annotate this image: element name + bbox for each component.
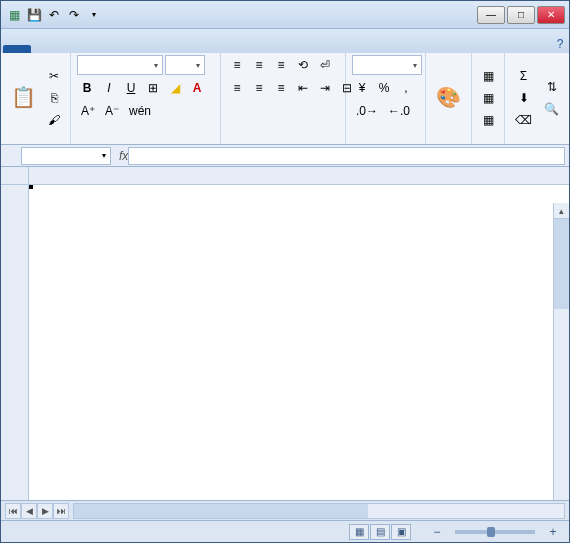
- increase-font-icon[interactable]: A⁺: [77, 101, 99, 121]
- bold-button[interactable]: B: [77, 78, 97, 98]
- ribbon-tabs: ?: [1, 29, 569, 53]
- page-layout-view-button[interactable]: ▤: [370, 524, 390, 540]
- formula-bar-row: ▾ fx: [1, 145, 569, 167]
- increase-indent-icon[interactable]: ⇥: [315, 78, 335, 98]
- fill-icon[interactable]: ⬇: [511, 88, 536, 108]
- titlebar: ▦ 💾 ↶ ↷ ▾ — □ ✕: [1, 1, 569, 29]
- copy-icon[interactable]: ⎘: [44, 88, 64, 108]
- fill-color-button[interactable]: ◢: [165, 78, 185, 98]
- orientation-icon[interactable]: ⟲: [293, 55, 313, 75]
- chevron-down-icon: ▾: [154, 61, 158, 70]
- group-editing: Σ ⬇ ⌫ ⇅ 🔍: [505, 53, 569, 144]
- group-styles: 🎨: [426, 53, 472, 144]
- chevron-down-icon: ▾: [196, 61, 200, 70]
- group-clipboard: 📋 ✂ ⎘ 🖌: [1, 53, 71, 144]
- group-cells: ▦ ▦ ▦: [472, 53, 505, 144]
- status-bar: ▦ ▤ ▣ − +: [1, 520, 569, 542]
- group-number: ▾ ¥ % , .0→ ←.0: [346, 53, 426, 144]
- decrease-font-icon[interactable]: A⁻: [101, 101, 123, 121]
- cell-grid[interactable]: ▴: [29, 185, 569, 500]
- insert-cells-button[interactable]: ▦: [478, 66, 498, 86]
- excel-window: ▦ 💾 ↶ ↷ ▾ — □ ✕ ? 📋 ✂ ⎘: [0, 0, 570, 543]
- active-cell-outline: [29, 185, 33, 189]
- font-size-combo[interactable]: ▾: [165, 55, 205, 75]
- currency-icon[interactable]: ¥: [352, 78, 372, 98]
- close-button[interactable]: ✕: [537, 6, 565, 24]
- formula-bar[interactable]: [128, 147, 565, 165]
- worksheet-area: ▴: [1, 167, 569, 500]
- minimize-button[interactable]: —: [477, 6, 505, 24]
- redo-icon[interactable]: ↷: [65, 6, 83, 24]
- row-headers: [1, 185, 29, 500]
- decrease-indent-icon[interactable]: ⇤: [293, 78, 313, 98]
- zoom-out-button[interactable]: −: [427, 522, 447, 542]
- file-tab[interactable]: [3, 45, 31, 53]
- vertical-scrollbar[interactable]: ▴: [553, 203, 569, 500]
- align-top-icon[interactable]: ≡: [227, 55, 247, 75]
- font-name-combo[interactable]: ▾: [77, 55, 163, 75]
- cut-icon[interactable]: ✂: [44, 66, 64, 86]
- window-controls: — □ ✕: [477, 6, 565, 24]
- group-alignment: ≡ ≡ ≡ ⟲ ⏎ ≡ ≡ ≡ ⇤ ⇥ ⊟: [221, 53, 346, 144]
- align-right-icon[interactable]: ≡: [271, 78, 291, 98]
- sheet-tab-bar: ⏮ ◀ ▶ ⏭: [1, 500, 569, 520]
- name-box[interactable]: ▾: [21, 147, 111, 165]
- help-icon[interactable]: ?: [551, 35, 569, 53]
- horizontal-scrollbar[interactable]: [73, 503, 565, 519]
- increase-decimal-icon[interactable]: .0→: [352, 101, 382, 121]
- group-font: ▾ ▾ B I U ⊞ ◢ A A⁺ A⁻ wén: [71, 53, 221, 144]
- tab-nav-last-icon[interactable]: ⏭: [53, 503, 69, 519]
- zoom-slider[interactable]: [455, 530, 535, 534]
- zoom-in-button[interactable]: +: [543, 522, 563, 542]
- border-button[interactable]: ⊞: [143, 78, 163, 98]
- quick-access-toolbar: ▦ 💾 ↶ ↷ ▾: [5, 6, 103, 24]
- normal-view-button[interactable]: ▦: [349, 524, 369, 540]
- select-all-corner[interactable]: [1, 167, 29, 185]
- qat-dropdown-icon[interactable]: ▾: [85, 6, 103, 24]
- page-break-view-button[interactable]: ▣: [391, 524, 411, 540]
- column-headers: [29, 167, 569, 185]
- save-icon[interactable]: 💾: [25, 6, 43, 24]
- find-icon[interactable]: 🔍: [540, 99, 563, 119]
- ribbon: 📋 ✂ ⎘ 🖌 ▾ ▾ B I U: [1, 53, 569, 145]
- phonetic-icon[interactable]: wén: [125, 101, 155, 121]
- align-left-icon[interactable]: ≡: [227, 78, 247, 98]
- paste-icon: 📋: [11, 85, 36, 109]
- delete-cells-button[interactable]: ▦: [478, 88, 498, 108]
- maximize-button[interactable]: □: [507, 6, 535, 24]
- align-bottom-icon[interactable]: ≡: [271, 55, 291, 75]
- format-painter-icon[interactable]: 🖌: [44, 110, 64, 130]
- tab-nav-prev-icon[interactable]: ◀: [21, 503, 37, 519]
- sort-filter-icon[interactable]: ⇅: [540, 77, 563, 97]
- styles-button[interactable]: 🎨: [432, 83, 465, 113]
- vscroll-thumb[interactable]: [554, 219, 569, 309]
- italic-button[interactable]: I: [99, 78, 119, 98]
- wrap-text-icon[interactable]: ⏎: [315, 55, 335, 75]
- styles-icon: 🎨: [436, 85, 461, 109]
- paste-button[interactable]: 📋: [7, 83, 40, 113]
- number-format-combo[interactable]: ▾: [352, 55, 422, 75]
- clear-icon[interactable]: ⌫: [511, 110, 536, 130]
- percent-icon[interactable]: %: [374, 78, 394, 98]
- scroll-up-icon[interactable]: ▴: [554, 203, 569, 219]
- font-color-button[interactable]: A: [187, 78, 207, 98]
- excel-icon: ▦: [5, 6, 23, 24]
- tab-nav-first-icon[interactable]: ⏮: [5, 503, 21, 519]
- tab-nav-next-icon[interactable]: ▶: [37, 503, 53, 519]
- align-center-icon[interactable]: ≡: [249, 78, 269, 98]
- undo-icon[interactable]: ↶: [45, 6, 63, 24]
- decrease-decimal-icon[interactable]: ←.0: [384, 101, 414, 121]
- format-cells-button[interactable]: ▦: [478, 110, 498, 130]
- align-middle-icon[interactable]: ≡: [249, 55, 269, 75]
- fx-icon[interactable]: fx: [119, 149, 128, 163]
- autosum-icon[interactable]: Σ: [511, 66, 536, 86]
- underline-button[interactable]: U: [121, 78, 141, 98]
- comma-icon[interactable]: ,: [396, 78, 416, 98]
